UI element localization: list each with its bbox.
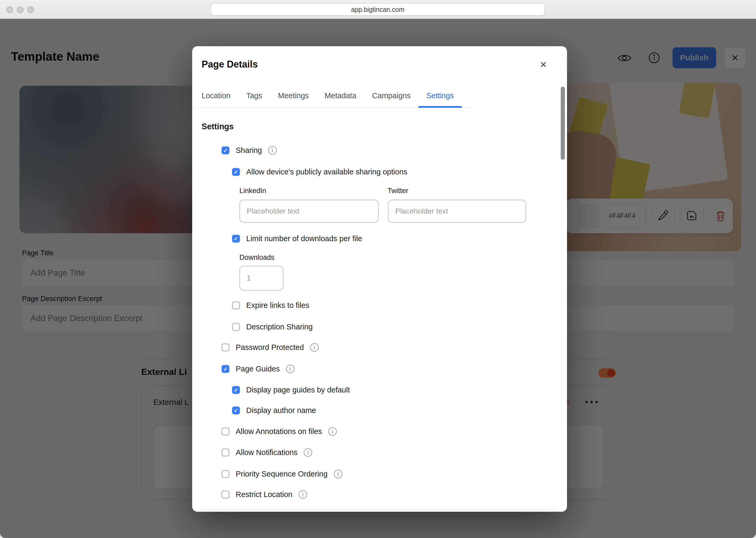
window-zoom-icon[interactable] [27, 6, 34, 13]
address-bar[interactable]: app.bigtincan.com [211, 3, 545, 16]
description-sharing-checkbox[interactable] [232, 323, 240, 331]
setting-row-allow-annotations: Allow Annotations on files [221, 427, 337, 436]
window-minimize-icon[interactable] [17, 6, 24, 13]
tab-metadata[interactable]: Metadata [317, 90, 364, 108]
setting-label: Display page guides by default [246, 386, 350, 394]
setting-label: Display author name [246, 406, 316, 415]
modal-bottom-divider [202, 509, 554, 510]
downloads-input[interactable] [239, 266, 283, 291]
downloads-label: Downloads [239, 253, 275, 262]
modal-tabs: Location Tags Meetings Metadata Campaign… [194, 90, 473, 108]
setting-label: Expire links to files [246, 301, 309, 310]
setting-row-display-page-guides: Display page guides by default [232, 386, 350, 394]
screen: app.bigtincan.com Template Name Publish … [0, 0, 756, 538]
info-icon[interactable] [299, 490, 307, 499]
allow-annotations-checkbox[interactable] [221, 427, 229, 435]
url-text: app.bigtincan.com [351, 6, 404, 13]
allow-notifications-checkbox[interactable] [221, 449, 229, 456]
tab-tags[interactable]: Tags [238, 90, 270, 108]
info-icon[interactable] [268, 146, 277, 154]
setting-label: Description Sharing [246, 323, 313, 331]
restrict-location-checkbox[interactable] [221, 490, 229, 498]
setting-row-priority-sequence: Priority Sequence Ordering [221, 470, 342, 478]
setting-row-limit-downloads: Limit number of downloads per file [232, 234, 362, 243]
password-protected-checkbox[interactable] [221, 343, 229, 351]
priority-sequence-checkbox[interactable] [221, 470, 229, 478]
twitter-label: Twitter [388, 187, 408, 195]
page-guides-checkbox[interactable] [221, 365, 229, 373]
twitter-input[interactable] [388, 200, 526, 223]
setting-row-display-author: Display author name [232, 406, 316, 415]
modal-scrollbar[interactable] [561, 87, 565, 160]
setting-row-sharing: Sharing [221, 146, 277, 155]
info-icon[interactable] [334, 470, 342, 478]
setting-label: Password Protected [236, 343, 304, 352]
display-author-checkbox[interactable] [232, 406, 240, 414]
tab-campaigns[interactable]: Campaigns [364, 90, 419, 108]
tab-meetings[interactable]: Meetings [270, 90, 317, 108]
setting-label: Allow Annotations on files [236, 427, 322, 436]
sharing-checkbox[interactable] [221, 146, 229, 154]
browser-chrome: app.bigtincan.com [0, 0, 756, 19]
modal-close-icon[interactable]: ✕ [537, 58, 550, 72]
tab-settings[interactable]: Settings [418, 90, 462, 108]
linkedin-input[interactable] [239, 200, 379, 223]
settings-section-heading: Settings [202, 122, 234, 131]
window-close-icon[interactable] [6, 6, 13, 13]
setting-label: Allow Notifications [236, 448, 298, 457]
info-icon[interactable] [328, 427, 337, 436]
setting-row-allow-notifications: Allow Notifications [221, 448, 312, 457]
setting-row-allow-device-sharing: Allow device’s publicly available sharin… [232, 168, 407, 176]
setting-row-expire-links: Expire links to files [232, 301, 309, 310]
setting-label: Page Guides [236, 365, 280, 373]
setting-row-description-sharing: Description Sharing [232, 323, 313, 331]
limit-downloads-checkbox[interactable] [232, 235, 240, 242]
setting-row-password-protected: Password Protected [221, 343, 319, 352]
setting-row-page-guides: Page Guides [221, 365, 295, 373]
expire-links-checkbox[interactable] [232, 301, 240, 309]
info-icon[interactable] [286, 365, 295, 373]
setting-label: Priority Sequence Ordering [236, 470, 328, 478]
setting-label: Restrict Location [236, 490, 292, 499]
setting-label: Sharing [236, 146, 262, 155]
info-icon[interactable] [304, 448, 312, 457]
modal-title: Page Details [202, 59, 258, 70]
tab-location[interactable]: Location [194, 90, 238, 108]
page-details-modal: Page Details ✕ Location Tags Meetings Me… [192, 46, 567, 512]
setting-row-restrict-location: Restrict Location [221, 490, 307, 499]
info-icon[interactable] [310, 343, 319, 351]
linkedin-label: LinkedIn [239, 187, 266, 195]
display-page-guides-checkbox[interactable] [232, 386, 240, 394]
setting-label: Limit number of downloads per file [246, 234, 362, 243]
setting-label: Allow device’s publicly available sharin… [246, 168, 407, 176]
allow-device-sharing-checkbox[interactable] [232, 168, 240, 176]
